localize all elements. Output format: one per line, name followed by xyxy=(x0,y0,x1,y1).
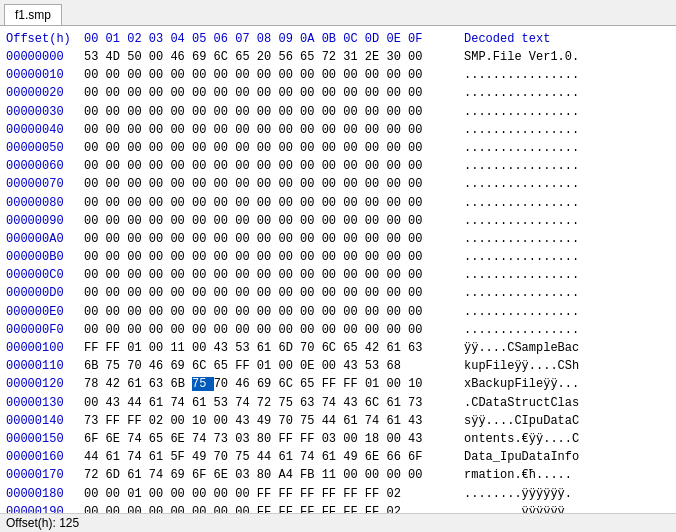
row-decoded: ................ xyxy=(464,285,670,301)
row-decoded: ................ xyxy=(464,104,670,120)
table-row[interactable]: 000000E000 00 00 00 00 00 00 00 00 00 00… xyxy=(2,303,674,321)
row-offset: 00000110 xyxy=(6,358,84,374)
row-hex: 73 FF FF 02 00 10 00 43 49 70 75 44 61 7… xyxy=(84,413,464,429)
row-offset: 00000190 xyxy=(6,504,84,513)
table-row[interactable]: 000000A000 00 00 00 00 00 00 00 00 00 00… xyxy=(2,230,674,248)
row-offset: 000000A0 xyxy=(6,231,84,247)
row-decoded: ................ xyxy=(464,213,670,229)
row-decoded: ................ xyxy=(464,122,670,138)
row-hex: 00 00 00 00 00 00 00 00 00 00 00 00 00 0… xyxy=(84,85,464,101)
table-row[interactable]: 0000016044 61 74 61 5F 49 70 75 44 61 74… xyxy=(2,448,674,466)
table-row[interactable]: 0000019000 00 00 00 00 00 00 00 FF FF FF… xyxy=(2,503,674,513)
file-tab[interactable]: f1.smp xyxy=(4,4,62,25)
row-offset: 00000000 xyxy=(6,49,84,65)
table-row[interactable]: 0000009000 00 00 00 00 00 00 00 00 00 00… xyxy=(2,212,674,230)
row-hex: 00 00 00 00 00 00 00 00 00 00 00 00 00 0… xyxy=(84,249,464,265)
row-hex: 00 00 00 00 00 00 00 00 00 00 00 00 00 0… xyxy=(84,67,464,83)
row-hex: 00 00 00 00 00 00 00 00 00 00 00 00 00 0… xyxy=(84,231,464,247)
row-decoded: SMP.File Ver1.0. xyxy=(464,49,670,65)
table-row[interactable]: 0000014073 FF FF 02 00 10 00 43 49 70 75… xyxy=(2,412,674,430)
table-row[interactable]: 0000008000 00 00 00 00 00 00 00 00 00 00… xyxy=(2,194,674,212)
row-hex: 00 00 00 00 00 00 00 00 00 00 00 00 00 0… xyxy=(84,122,464,138)
row-decoded: ................ xyxy=(464,231,670,247)
row-offset: 00000140 xyxy=(6,413,84,429)
row-hex: 6F 6E 74 65 6E 74 73 03 80 FF FF 03 00 1… xyxy=(84,431,464,447)
row-offset: 00000090 xyxy=(6,213,84,229)
row-offset: 00000070 xyxy=(6,176,84,192)
row-hex: 44 61 74 61 5F 49 70 75 44 61 74 61 49 6… xyxy=(84,449,464,465)
row-hex: 6B 75 70 46 69 6C 65 FF 01 00 0E 00 43 5… xyxy=(84,358,464,374)
row-hex: 53 4D 50 00 46 69 6C 65 20 56 65 72 31 2… xyxy=(84,49,464,65)
row-decoded: ................ xyxy=(464,249,670,265)
hex-header-row: Offset(h) 00 01 02 03 04 05 06 07 08 09 … xyxy=(2,30,674,48)
row-offset: 00000100 xyxy=(6,340,84,356)
row-decoded: ................ xyxy=(464,176,670,192)
table-row[interactable]: 000000B000 00 00 00 00 00 00 00 00 00 00… xyxy=(2,248,674,266)
row-offset: 00000030 xyxy=(6,104,84,120)
row-hex: 00 00 00 00 00 00 00 00 00 00 00 00 00 0… xyxy=(84,322,464,338)
table-row[interactable]: 00000100FF FF 01 00 11 00 43 53 61 6D 70… xyxy=(2,339,674,357)
main-area: Offset(h) 00 01 02 03 04 05 06 07 08 09 … xyxy=(0,26,676,513)
row-offset: 000000B0 xyxy=(6,249,84,265)
row-decoded: ................ xyxy=(464,322,670,338)
row-decoded: Data_IpuDataInfo xyxy=(464,449,670,465)
table-row[interactable]: 0000012078 42 61 63 6B 75 70 46 69 6C 65… xyxy=(2,375,674,393)
row-offset: 00000040 xyxy=(6,122,84,138)
row-hex: FF FF 01 00 11 00 43 53 61 6D 70 6C 65 4… xyxy=(84,340,464,356)
row-hex: 00 00 00 00 00 00 00 00 00 00 00 00 00 0… xyxy=(84,285,464,301)
row-offset: 00000130 xyxy=(6,395,84,411)
row-offset: 000000F0 xyxy=(6,322,84,338)
table-row[interactable]: 000001106B 75 70 46 69 6C 65 FF 01 00 0E… xyxy=(2,357,674,375)
row-decoded: ................ xyxy=(464,85,670,101)
row-decoded: xBackupFileÿÿ... xyxy=(464,376,670,392)
table-row[interactable]: 000000F000 00 00 00 00 00 00 00 00 00 00… xyxy=(2,321,674,339)
row-decoded: ................ xyxy=(464,267,670,283)
table-row[interactable]: 0000004000 00 00 00 00 00 00 00 00 00 00… xyxy=(2,121,674,139)
row-decoded: ................ xyxy=(464,67,670,83)
table-row[interactable]: 0000007000 00 00 00 00 00 00 00 00 00 00… xyxy=(2,175,674,193)
table-row[interactable]: 000000C000 00 00 00 00 00 00 00 00 00 00… xyxy=(2,266,674,284)
row-offset: 00000120 xyxy=(6,376,84,392)
table-row[interactable]: 0000018000 00 01 00 00 00 00 00 FF FF FF… xyxy=(2,485,674,503)
row-hex: 00 00 00 00 00 00 00 00 00 00 00 00 00 0… xyxy=(84,195,464,211)
row-offset: 00000060 xyxy=(6,158,84,174)
row-offset: 00000180 xyxy=(6,486,84,502)
table-row[interactable]: 0000000053 4D 50 00 46 69 6C 65 20 56 65… xyxy=(2,48,674,66)
table-row[interactable]: 0000001000 00 00 00 00 00 00 00 00 00 00… xyxy=(2,66,674,84)
table-row[interactable]: 0000006000 00 00 00 00 00 00 00 00 00 00… xyxy=(2,157,674,175)
table-row[interactable]: 0000005000 00 00 00 00 00 00 00 00 00 00… xyxy=(2,139,674,157)
row-hex: 00 00 00 00 00 00 00 00 00 00 00 00 00 0… xyxy=(84,304,464,320)
table-row[interactable]: 000001506F 6E 74 65 6E 74 73 03 80 FF FF… xyxy=(2,430,674,448)
row-offset: 00000160 xyxy=(6,449,84,465)
row-decoded: ÿÿ....CSampleBac xyxy=(464,340,670,356)
row-decoded: sÿÿ....CIpuDataC xyxy=(464,413,670,429)
row-hex: 00 00 00 00 00 00 00 00 00 00 00 00 00 0… xyxy=(84,213,464,229)
hex-view[interactable]: Offset(h) 00 01 02 03 04 05 06 07 08 09 … xyxy=(0,26,676,513)
table-row[interactable]: 000000D000 00 00 00 00 00 00 00 00 00 00… xyxy=(2,284,674,302)
row-hex: 00 00 00 00 00 00 00 00 00 00 00 00 00 0… xyxy=(84,158,464,174)
tab-bar: f1.smp xyxy=(0,0,676,26)
row-decoded: rmation.€ħ..... xyxy=(464,467,670,483)
table-row[interactable]: 0000003000 00 00 00 00 00 00 00 00 00 00… xyxy=(2,103,674,121)
row-offset: 00000170 xyxy=(6,467,84,483)
table-row[interactable]: 0000013000 43 44 61 74 61 53 74 72 75 63… xyxy=(2,394,674,412)
table-row[interactable]: 0000017072 6D 61 74 69 6F 6E 03 80 A4 FB… xyxy=(2,466,674,484)
row-hex: 00 00 00 00 00 00 00 00 00 00 00 00 00 0… xyxy=(84,267,464,283)
header-hex: 00 01 02 03 04 05 06 07 08 09 0A 0B 0C 0… xyxy=(84,32,464,46)
row-hex: 72 6D 61 74 69 6F 6E 03 80 A4 FB 11 00 0… xyxy=(84,467,464,483)
row-decoded: ................ xyxy=(464,158,670,174)
row-decoded: kupFileÿÿ....CSh xyxy=(464,358,670,374)
table-row[interactable]: 0000002000 00 00 00 00 00 00 00 00 00 00… xyxy=(2,84,674,102)
header-decoded: Decoded text xyxy=(464,32,670,46)
row-offset: 000000E0 xyxy=(6,304,84,320)
row-decoded: ........ÿÿÿÿÿÿ. xyxy=(464,504,670,513)
row-decoded: ontents.€ÿÿ....C xyxy=(464,431,670,447)
row-hex: 00 00 01 00 00 00 00 00 FF FF FF FF FF F… xyxy=(84,486,464,502)
row-offset: 00000050 xyxy=(6,140,84,156)
row-decoded: ........ÿÿÿÿÿÿ. xyxy=(464,486,670,502)
row-offset: 000000D0 xyxy=(6,285,84,301)
row-offset: 00000150 xyxy=(6,431,84,447)
row-hex: 00 43 44 61 74 61 53 74 72 75 63 74 43 6… xyxy=(84,395,464,411)
row-hex: 00 00 00 00 00 00 00 00 FF FF FF FF FF F… xyxy=(84,504,464,513)
row-hex: 00 00 00 00 00 00 00 00 00 00 00 00 00 0… xyxy=(84,104,464,120)
